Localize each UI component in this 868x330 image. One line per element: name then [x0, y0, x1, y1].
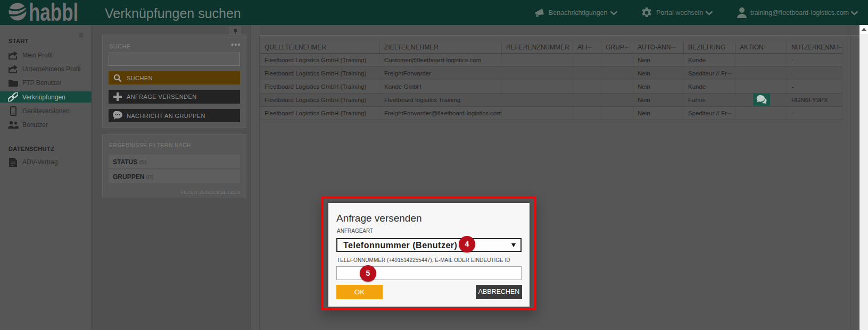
- svg-text:habbl: habbl: [29, 3, 78, 23]
